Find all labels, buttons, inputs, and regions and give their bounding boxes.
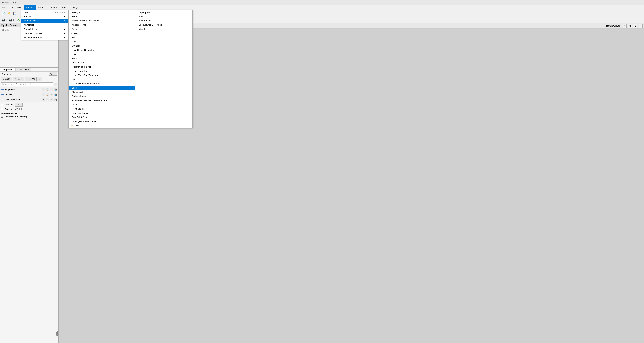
sources-data-objects-label: Data Objects bbox=[24, 28, 36, 30]
display-refresh-button[interactable]: ↻ bbox=[50, 93, 53, 96]
menu-sources[interactable]: Sources bbox=[24, 5, 36, 10]
sources-recent-item[interactable]: Recent ▶ bbox=[21, 14, 68, 18]
alpha-data-obj-gen[interactable]: Data Object Generator bbox=[68, 48, 135, 52]
camera-button-1[interactable]: 📷 bbox=[1, 18, 6, 23]
alpha-wavelet[interactable]: Wavelet bbox=[135, 27, 192, 31]
alpha-plane[interactable]: Plane bbox=[68, 102, 135, 107]
alpha-line[interactable]: Line bbox=[68, 77, 135, 82]
alpha-cylinder[interactable]: Cylinder bbox=[68, 44, 135, 48]
tab-information[interactable]: Information bbox=[16, 68, 31, 72]
tab-properties[interactable]: Properties bbox=[0, 68, 16, 72]
view-paste-button[interactable]: 📋 bbox=[46, 98, 49, 102]
alpha-amr-gaussian[interactable]: AMR GaussianPulse Source bbox=[68, 18, 135, 23]
alpha-ellipse[interactable]: Ellipse bbox=[68, 56, 135, 60]
props-search-settings[interactable]: ⚙ bbox=[54, 82, 57, 86]
menu-edit[interactable]: Edit bbox=[8, 5, 15, 10]
sources-alphabetical-item[interactable]: Alphabetical ▶ bbox=[21, 18, 68, 23]
props-close-button[interactable]: ✕ bbox=[53, 72, 57, 76]
sources-search-item[interactable]: Search... Ctrl+Space bbox=[21, 10, 68, 14]
alpha-disk[interactable]: Disk bbox=[68, 52, 135, 56]
maximize-view-button[interactable]: ▣ bbox=[633, 24, 637, 28]
sources-geometric-shapes-item[interactable]: Geometric Shapes ▶ bbox=[21, 31, 68, 36]
camera-button-2[interactable]: 📷 bbox=[8, 18, 13, 23]
hierarchical-fractal-label: Hierarchical Fractal bbox=[72, 66, 91, 68]
alpha-live-prog-source[interactable]: {...} Live Programmable Source bbox=[68, 82, 135, 86]
display-paste-button[interactable]: 📋 bbox=[46, 93, 49, 96]
render-view-label[interactable]: RenderView1 bbox=[606, 25, 620, 27]
maximize-button[interactable]: □ bbox=[626, 1, 634, 4]
view-save-button[interactable]: 💾 bbox=[54, 98, 57, 102]
menu-view[interactable]: View bbox=[15, 5, 24, 10]
save-file-button[interactable]: 💾 bbox=[12, 11, 18, 16]
center-axes-checkbox[interactable] bbox=[1, 108, 3, 110]
alpha-box[interactable]: Box bbox=[68, 36, 135, 40]
props-paste-button[interactable]: 📋 bbox=[46, 88, 49, 91]
close-button[interactable]: ✕ bbox=[635, 1, 643, 4]
alpha-poly-point-source[interactable]: Poly Point Source bbox=[68, 115, 135, 119]
alpha-logo[interactable]: Logo bbox=[68, 86, 135, 90]
sources-data-objects-item[interactable]: Data Objects ▶ bbox=[21, 27, 68, 31]
open-file-button[interactable]: 📂 bbox=[6, 11, 12, 16]
alpha-2d-glyph[interactable]: 2D Glyph bbox=[68, 10, 135, 14]
ruler-label: Ruler bbox=[74, 124, 79, 127]
left-panel: Pipeline Browser 🖥 builtin: Properties I… bbox=[0, 24, 59, 343]
alpha-fast-uniform-grid[interactable]: Fast Uniform Grid bbox=[68, 60, 135, 65]
alpha-mandelbrot[interactable]: Mandelbrot bbox=[68, 90, 135, 94]
split-h-button[interactable]: ⊟ bbox=[622, 24, 626, 28]
display-color-bar bbox=[1, 94, 4, 95]
menu-file[interactable]: File bbox=[0, 5, 8, 10]
alpha-unstructured-cell[interactable]: Unstructured Cell Types bbox=[135, 23, 192, 27]
menu-tools[interactable]: Tools bbox=[60, 5, 69, 10]
delete-button[interactable]: ✕ Delete bbox=[25, 77, 36, 81]
menu-extractors[interactable]: Extractors bbox=[46, 5, 60, 10]
view-copy-button[interactable]: ⧉ bbox=[42, 98, 45, 102]
alpha-hyper-tree-grid-random[interactable]: Hyper Tree Grid (Random) bbox=[68, 73, 135, 77]
apply-button[interactable]: ✓ Apply bbox=[1, 77, 12, 81]
props-refresh-button[interactable]: ↻ bbox=[50, 88, 53, 91]
props-search-input[interactable] bbox=[1, 82, 53, 86]
view-plus-z-button[interactable]: +Z↑ bbox=[16, 18, 21, 23]
split-v-button[interactable]: ⊞ bbox=[628, 24, 632, 28]
props-float-button[interactable]: ⧉ bbox=[49, 72, 53, 76]
display-save-button[interactable]: 💾 bbox=[54, 93, 57, 96]
alpha-partitioned-dataset[interactable]: PartitionedDataSetCollection Source bbox=[68, 98, 135, 102]
menu-filters[interactable]: Filters bbox=[36, 5, 46, 10]
axes-grid-edit-button[interactable]: Edit bbox=[15, 103, 23, 106]
alpha-time-source[interactable]: Time Source bbox=[135, 18, 192, 23]
alpha-programmable-source[interactable]: {...} Programmable Source bbox=[68, 119, 135, 124]
camera-icon-1: 📷 bbox=[2, 18, 5, 22]
ellipse-label: Ellipse bbox=[72, 57, 78, 60]
alpha-poly-line-source[interactable]: Poly Line Source bbox=[68, 111, 135, 115]
alpha-ruler[interactable]: ✏ Ruler bbox=[68, 124, 135, 128]
new-file-button[interactable]: 📄 bbox=[1, 11, 6, 16]
props-save-button[interactable]: 💾 bbox=[54, 88, 57, 91]
sources-measurement-tools-item[interactable]: Measurement Tools ▶ bbox=[21, 36, 68, 40]
display-copy-button[interactable]: ⧉ bbox=[42, 93, 45, 96]
alpha-text[interactable]: Text bbox=[135, 14, 192, 18]
alpha-point-source[interactable]: Point Source bbox=[68, 107, 135, 111]
alpha-hyper-tree-grid[interactable]: Hyper Tree Grid bbox=[68, 69, 135, 73]
alpha-cone[interactable]: Cone bbox=[68, 40, 135, 44]
props-copy-button[interactable]: ⧉ bbox=[42, 88, 45, 91]
alpha-superquadric[interactable]: Superquadric bbox=[135, 10, 192, 14]
menu-catalyst[interactable]: Catalys... bbox=[69, 5, 82, 10]
display-section-label: Display bbox=[1, 94, 12, 96]
alpha-col-1: 2D Glyph 3D Text AMR GaussianPulse Sourc… bbox=[68, 10, 135, 128]
scroll-thumb[interactable] bbox=[56, 331, 58, 336]
orientation-visibility-checkbox[interactable]: ✓ bbox=[1, 115, 3, 118]
reset-button[interactable]: ⊘ Reset bbox=[13, 77, 24, 81]
minimize-button[interactable]: ─ bbox=[618, 1, 626, 4]
alpha-hierarchical-fractal[interactable]: Hierarchical Fractal bbox=[68, 65, 135, 69]
sources-annotation-item[interactable]: Annotation ▶ bbox=[21, 23, 68, 27]
axes-grid-checkbox[interactable] bbox=[1, 104, 3, 106]
view-color-bar bbox=[1, 100, 4, 100]
alpha-axes[interactable]: ⊕ Axes bbox=[68, 31, 135, 36]
alpha-3d-text[interactable]: 3D Text bbox=[68, 14, 135, 18]
alpha-annotate-time[interactable]: Annotate Time bbox=[68, 23, 135, 27]
view-refresh-button[interactable]: ↻ bbox=[50, 98, 53, 102]
alpha-outline-source[interactable]: Outline Source bbox=[68, 94, 135, 98]
alpha-arrow[interactable]: Arrow bbox=[68, 27, 135, 31]
close-view-button[interactable]: ✕ bbox=[639, 24, 643, 28]
sources-search-label: Search... bbox=[24, 11, 33, 14]
help-button[interactable]: ? bbox=[37, 77, 42, 81]
